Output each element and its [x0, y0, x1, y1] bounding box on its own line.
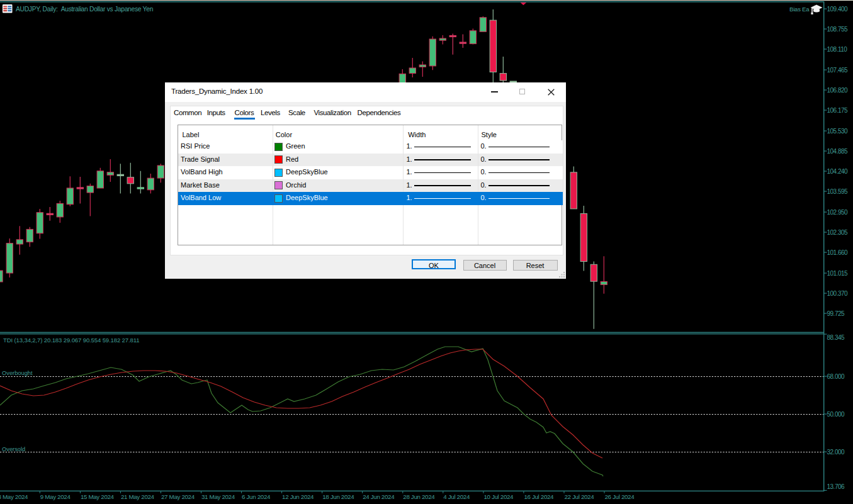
svg-text:4 Jul 2024: 4 Jul 2024: [443, 493, 470, 500]
svg-text:104.240: 104.240: [827, 168, 849, 175]
svg-text:Bias Ea: Bias Ea: [789, 6, 810, 13]
svg-text:27 May 2024: 27 May 2024: [161, 493, 195, 500]
svg-text:109.400: 109.400: [827, 6, 849, 13]
svg-text:22 Jul 2024: 22 Jul 2024: [565, 493, 595, 500]
svg-text:106.175: 106.175: [827, 107, 849, 114]
svg-text:18 Jun 2024: 18 Jun 2024: [322, 493, 354, 500]
svg-text:101.660: 101.660: [827, 249, 849, 256]
svg-text:12 Jun 2024: 12 Jun 2024: [282, 493, 314, 500]
svg-text:AUDJPY, Daily: Australian Dol: AUDJPY, Daily: Australian Dollar vs Japa…: [16, 6, 154, 13]
svg-text:101.015: 101.015: [827, 270, 849, 277]
svg-text:15 May 2024: 15 May 2024: [81, 493, 115, 500]
svg-text:68.000: 68.000: [827, 373, 845, 380]
svg-text:108.755: 108.755: [827, 26, 849, 33]
svg-text:32.000: 32.000: [827, 449, 845, 456]
svg-text:31 May 2024: 31 May 2024: [201, 493, 235, 500]
svg-text:24 Jun 2024: 24 Jun 2024: [363, 493, 395, 500]
svg-text:107.465: 107.465: [827, 67, 849, 74]
svg-text:102.950: 102.950: [827, 209, 849, 216]
svg-text:99.725: 99.725: [827, 310, 845, 317]
svg-text:103.595: 103.595: [827, 188, 849, 195]
svg-text:108.110: 108.110: [827, 46, 848, 53]
svg-text:10 Jul 2024: 10 Jul 2024: [483, 493, 514, 500]
svg-text:102.305: 102.305: [827, 229, 849, 236]
svg-text:3 May 2024: 3 May 2024: [0, 493, 28, 500]
svg-text:104.885: 104.885: [827, 148, 849, 155]
svg-text:21 May 2024: 21 May 2024: [121, 493, 155, 500]
svg-text:Overbought: Overbought: [2, 370, 33, 376]
svg-text:26 Jul 2024: 26 Jul 2024: [605, 493, 635, 500]
svg-text:88.345: 88.345: [827, 334, 845, 341]
svg-text:16 Jul 2024: 16 Jul 2024: [524, 493, 554, 500]
svg-text:Oversold: Oversold: [2, 446, 25, 452]
svg-text:28 Jun 2024: 28 Jun 2024: [403, 493, 435, 500]
svg-text:9 May 2024: 9 May 2024: [40, 493, 71, 500]
svg-text:100.370: 100.370: [827, 290, 849, 297]
svg-text:6 Jun 2024: 6 Jun 2024: [242, 493, 271, 500]
svg-text:106.820: 106.820: [827, 87, 849, 94]
svg-text:50.000: 50.000: [827, 411, 845, 418]
svg-text:TDI (13,34,2,7) 20.183 29.067: TDI (13,34,2,7) 20.183 29.067 90.554 59.…: [3, 337, 139, 344]
svg-text:105.530: 105.530: [827, 128, 849, 135]
svg-text:13.706: 13.706: [827, 483, 845, 490]
